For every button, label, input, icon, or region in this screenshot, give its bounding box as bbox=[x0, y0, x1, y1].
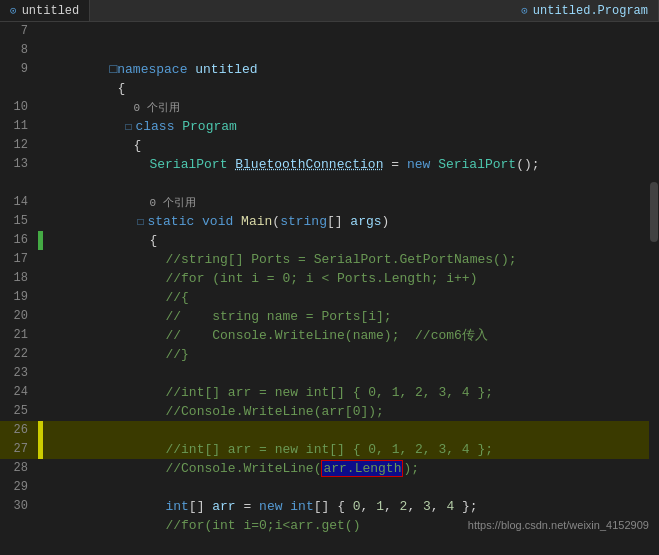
table-row: 8 □namespace untitled bbox=[0, 41, 659, 60]
line-content: //{ bbox=[43, 269, 659, 288]
scrollbar-vertical[interactable] bbox=[649, 22, 659, 555]
line-number bbox=[0, 174, 38, 193]
line-number: 16 bbox=[0, 231, 38, 250]
table-row: 22 bbox=[0, 345, 659, 364]
line-content: □class Program bbox=[43, 98, 659, 117]
line-content: 0 个引用 bbox=[43, 174, 659, 193]
table-row: 19 // string name = Ports[i]; bbox=[0, 288, 659, 307]
line-content: int[] arr = new int[] { 0, 1, 2, 3, 4 }; bbox=[43, 478, 659, 497]
scrollbar-thumb[interactable] bbox=[650, 182, 658, 242]
line-number: 23 bbox=[0, 364, 38, 383]
line-content: //int[] arr = new int[] { 0, 1, 2, 3, 4 … bbox=[43, 364, 659, 383]
line-content bbox=[43, 459, 659, 478]
tab-untitled[interactable]: ⊙ untitled bbox=[0, 0, 90, 21]
table-row: 12 SerialPort BluetoothConnection = new … bbox=[0, 136, 659, 155]
line-number: 24 bbox=[0, 383, 38, 402]
line-number bbox=[0, 79, 38, 98]
line-number: 13 bbox=[0, 155, 38, 174]
table-row: 26 //int[] arr = new int[] { 0, 1, 2, 3,… bbox=[0, 421, 659, 440]
line-content bbox=[43, 402, 659, 421]
line-number: 29 bbox=[0, 478, 38, 497]
line-number: 28 bbox=[0, 459, 38, 478]
tab-label-2: untitled.Program bbox=[533, 4, 648, 18]
line-content: SerialPort BluetoothConnection = new Ser… bbox=[43, 136, 659, 155]
line-content: { bbox=[43, 60, 659, 79]
table-row: 18 //{ bbox=[0, 269, 659, 288]
line-number: 21 bbox=[0, 326, 38, 345]
tab-icon-2: ⊙ bbox=[521, 4, 528, 17]
line-number: 25 bbox=[0, 402, 38, 421]
table-row: 27 //Console.WriteLine(arr.Length); bbox=[0, 440, 659, 459]
line-content bbox=[43, 345, 659, 364]
title-bar: ⊙ untitled ⊙ untitled.Program bbox=[0, 0, 659, 22]
line-content: //for(int i=0;i<arr.get() bbox=[43, 497, 659, 516]
code-editor: 7 8 □namespace untitled 9 { 0 个引用 bbox=[0, 22, 659, 555]
line-number: 20 bbox=[0, 307, 38, 326]
table-row: 11 { bbox=[0, 117, 659, 136]
table-row: 20 // Console.WriteLine(name); //com6传入 bbox=[0, 307, 659, 326]
line-content: { bbox=[43, 117, 659, 136]
table-row: 0 个引用 bbox=[0, 79, 659, 98]
line-number: 10 bbox=[0, 98, 38, 117]
line-number: 14 bbox=[0, 193, 38, 212]
table-row: 7 bbox=[0, 22, 659, 41]
line-number: 11 bbox=[0, 117, 38, 136]
line-content bbox=[43, 155, 659, 174]
line-content bbox=[43, 22, 659, 41]
line-content: //Console.WriteLine(arr.Length); bbox=[43, 440, 659, 459]
table-row: 9 { bbox=[0, 60, 659, 79]
code-lines: 7 8 □namespace untitled 9 { 0 个引用 bbox=[0, 22, 659, 516]
line-content: //} bbox=[43, 326, 659, 345]
line-number: 22 bbox=[0, 345, 38, 364]
table-row: 15 { bbox=[0, 212, 659, 231]
table-row: 23 //int[] arr = new int[] { 0, 1, 2, 3,… bbox=[0, 364, 659, 383]
line-number: 17 bbox=[0, 250, 38, 269]
tab-icon-1: ⊙ bbox=[10, 4, 17, 17]
tab-label-1: untitled bbox=[22, 4, 80, 18]
table-row: 17 //for (int i = 0; i < Ports.Length; i… bbox=[0, 250, 659, 269]
line-content: //Console.WriteLine(arr[0]); bbox=[43, 383, 659, 402]
line-content: □namespace untitled bbox=[43, 41, 659, 60]
line-number: 30 bbox=[0, 497, 38, 516]
line-content: //for (int i = 0; i < Ports.Length; i++) bbox=[43, 250, 659, 269]
watermark: https://blog.csdn.net/weixin_41529093 bbox=[464, 517, 659, 533]
table-row: 28 bbox=[0, 459, 659, 478]
table-row: 30 //for(int i=0;i<arr.get() bbox=[0, 497, 659, 516]
table-row: 25 bbox=[0, 402, 659, 421]
line-number: 12 bbox=[0, 136, 38, 155]
table-row: 0 个引用 bbox=[0, 174, 659, 193]
line-content: // Console.WriteLine(name); //com6传入 bbox=[43, 307, 659, 326]
table-row: 13 bbox=[0, 155, 659, 174]
table-row: 21 //} bbox=[0, 326, 659, 345]
line-content: //string[] Ports = SerialPort.GetPortNam… bbox=[43, 231, 659, 250]
table-row: 16 //string[] Ports = SerialPort.GetPort… bbox=[0, 231, 659, 250]
line-content: //int[] arr = new int[] { 0, 1, 2, 3, 4 … bbox=[43, 421, 659, 440]
line-content: 0 个引用 bbox=[43, 79, 659, 98]
line-number: 15 bbox=[0, 212, 38, 231]
line-number: 19 bbox=[0, 288, 38, 307]
line-content: □static void Main(string[] args) bbox=[43, 193, 659, 212]
tab-program[interactable]: ⊙ untitled.Program bbox=[511, 0, 659, 21]
line-number: 7 bbox=[0, 22, 38, 41]
line-content: // string name = Ports[i]; bbox=[43, 288, 659, 307]
line-number: 27 bbox=[0, 440, 38, 459]
line-number: 9 bbox=[0, 60, 38, 79]
table-row: 24 //Console.WriteLine(arr[0]); bbox=[0, 383, 659, 402]
table-row: 10 □class Program bbox=[0, 98, 659, 117]
line-number: 26 bbox=[0, 421, 38, 440]
line-number: 8 bbox=[0, 41, 38, 60]
table-row: 29 int[] arr = new int[] { 0, 1, 2, 3, 4… bbox=[0, 478, 659, 497]
line-number: 18 bbox=[0, 269, 38, 288]
line-content: { bbox=[43, 212, 659, 231]
table-row: 14 □static void Main(string[] args) bbox=[0, 193, 659, 212]
